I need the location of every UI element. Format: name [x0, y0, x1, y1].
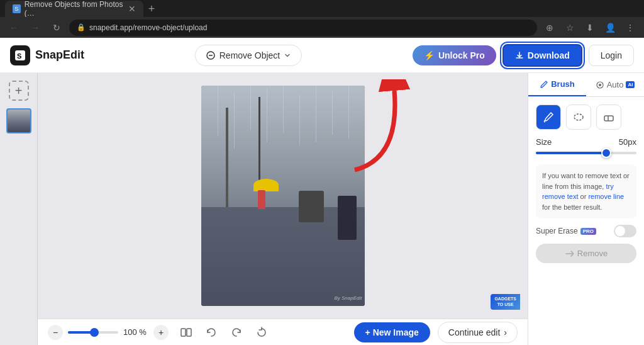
super-erase-label: Super Erase PRO: [536, 227, 596, 235]
remove-line-link[interactable]: remove line: [588, 193, 624, 200]
login-button[interactable]: Login: [589, 45, 634, 66]
panel-info-suffix: for the better result.: [542, 203, 602, 211]
address-bar[interactable]: 🔒 snapedit.app/remove-object/upload: [69, 20, 537, 36]
new-image-label: + New Image: [365, 327, 419, 337]
remove-button[interactable]: Remove: [536, 244, 636, 263]
reset-button[interactable]: [252, 322, 272, 342]
remove-object-icon: [206, 50, 216, 60]
watermark-line1: GADGETS: [494, 297, 516, 302]
auto-icon: [596, 81, 604, 89]
lasso-tool-button[interactable]: [566, 105, 591, 130]
brush-tool-button[interactable]: [536, 105, 561, 130]
header-center: Remove Object: [92, 45, 405, 66]
reset-icon: [256, 327, 267, 338]
zoom-in-button[interactable]: +: [153, 325, 169, 340]
brush-tool-icon: [542, 111, 555, 123]
auto-tab-label: Auto: [607, 80, 624, 89]
svg-rect-6: [187, 329, 191, 336]
zoom-slider-container[interactable]: [68, 331, 118, 334]
panel-slider[interactable]: [536, 152, 636, 154]
tab-bar: S Remove Objects from Photos (… ✕ +: [0, 0, 644, 17]
svg-rect-5: [181, 329, 186, 336]
lock-icon: 🔒: [77, 23, 86, 31]
remove-object-button[interactable]: Remove Object: [195, 45, 302, 66]
continue-edit-label: Continue edit: [448, 327, 501, 337]
active-tab[interactable]: S Remove Objects from Photos (… ✕: [5, 1, 143, 17]
panel-slider-container[interactable]: [536, 152, 636, 154]
zoom-out-button[interactable]: −: [48, 325, 63, 340]
size-row: Size 50px: [536, 137, 636, 147]
forward-button[interactable]: →: [26, 19, 44, 37]
split-view-icon: [180, 327, 192, 338]
download-button[interactable]: Download: [502, 44, 582, 67]
split-view-button[interactable]: [176, 322, 196, 342]
tab-close-button[interactable]: ✕: [128, 4, 136, 14]
unlock-pro-label: Unlock Pro: [438, 50, 485, 60]
panel-slider-thumb: [601, 148, 611, 158]
panel-tabs: Brush Auto AI: [528, 73, 644, 97]
auto-tab[interactable]: Auto AI: [586, 73, 644, 96]
menu-icon[interactable]: ⋮: [621, 19, 639, 37]
watermark-line2: TO USE: [497, 302, 514, 307]
brush-tab[interactable]: Brush: [528, 73, 586, 96]
refresh-button[interactable]: ↻: [48, 19, 65, 37]
eraser-tool-button[interactable]: [596, 105, 621, 130]
tab-title: Remove Objects from Photos (…: [25, 0, 125, 18]
panel-body: Size 50px If you want to remove text or …: [528, 97, 644, 345]
zoom-slider-track: [68, 331, 93, 334]
super-erase-toggle[interactable]: [614, 225, 636, 237]
zoom-value: 100 %: [123, 327, 148, 337]
panel-slider-fill: [536, 152, 606, 154]
chevron-down-icon: [284, 52, 291, 59]
panel-info-text: If you want to remove text or line from …: [542, 172, 630, 190]
redo-button[interactable]: [226, 322, 247, 342]
app-logo: S SnapEdit: [10, 45, 84, 65]
zoom-slider-thumb: [90, 328, 99, 337]
rainy-scene: By SnapEdit: [201, 86, 365, 306]
new-image-button[interactable]: + New Image: [354, 322, 430, 342]
extensions-icon[interactable]: ⊕: [541, 19, 558, 37]
toolbar-icons: [176, 322, 272, 342]
main-content: +: [0, 73, 644, 345]
svg-rect-10: [604, 116, 613, 121]
login-label: Login: [601, 50, 622, 60]
lasso-tool-icon: [572, 111, 585, 123]
continue-edit-button[interactable]: Continue edit ›: [438, 322, 518, 343]
add-image-button[interactable]: +: [9, 81, 29, 101]
redo-icon: [231, 327, 242, 338]
canvas-main[interactable]: By SnapEdit GADGETS TO USE: [38, 73, 528, 319]
logo-icon: S: [10, 45, 30, 65]
super-erase-text: Super Erase: [536, 227, 578, 235]
bottom-toolbar: − 100 % +: [38, 319, 528, 345]
continue-edit-arrow: ›: [504, 327, 507, 337]
tool-row: [536, 105, 636, 130]
svg-point-9: [574, 114, 583, 120]
new-tab-button[interactable]: +: [143, 1, 160, 17]
tab-favicon: S: [13, 4, 21, 13]
remove-object-label: Remove Object: [219, 50, 280, 60]
bookmark-icon[interactable]: ☆: [561, 19, 579, 37]
download-icon: [515, 51, 524, 60]
left-sidebar: +: [0, 73, 38, 345]
panel-info: If you want to remove text or line from …: [536, 164, 636, 218]
image-canvas: By SnapEdit: [201, 86, 365, 306]
snapedit-watermark: By SnapEdit: [334, 295, 362, 301]
download-label: Download: [528, 50, 570, 60]
download-nav-icon[interactable]: ⬇: [581, 19, 599, 37]
back-button[interactable]: ←: [5, 19, 23, 37]
zoom-slider[interactable]: [68, 331, 118, 334]
brush-tab-label: Brush: [551, 79, 575, 89]
unlock-pro-button[interactable]: ⚡ Unlock Pro: [413, 45, 496, 65]
undo-button[interactable]: [201, 322, 221, 342]
pro-badge: PRO: [580, 228, 596, 235]
thumbnail-item[interactable]: [6, 108, 31, 133]
panel-info-or: or: [580, 193, 589, 200]
nav-bar: ← → ↻ 🔒 snapedit.app/remove-object/uploa…: [0, 17, 644, 38]
svg-point-8: [599, 84, 601, 86]
profile-icon[interactable]: 👤: [601, 19, 619, 37]
brush-icon: [540, 80, 548, 89]
undo-icon: [206, 327, 217, 338]
remove-panel-icon: [565, 249, 574, 258]
right-panel: Brush Auto AI: [528, 73, 644, 345]
size-label: Size: [536, 137, 552, 147]
